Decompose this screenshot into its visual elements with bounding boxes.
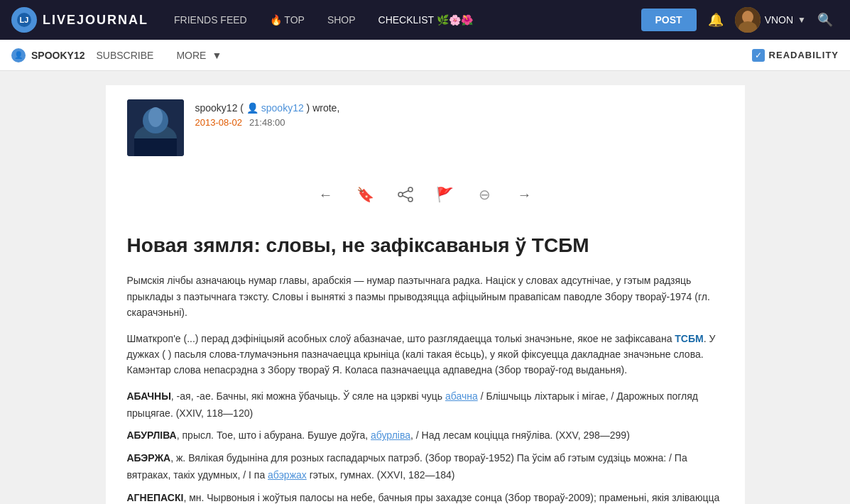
user-menu[interactable]: VNON ▼ <box>735 7 806 33</box>
svg-point-10 <box>408 187 413 192</box>
secondary-username: SPOOKY12 <box>31 50 85 61</box>
bell-icon: 🔔 <box>708 12 724 28</box>
term-link-aburliva[interactable]: абурліва <box>371 429 410 441</box>
svg-point-11 <box>398 192 403 197</box>
svg-text:LJ: LJ <box>20 16 29 24</box>
wrote-label: ) wrote, <box>307 102 340 114</box>
top-link[interactable]: 🔥 TOP <box>258 0 316 40</box>
more-link[interactable]: MORE ▼ <box>165 40 233 71</box>
term-aberja: АБЭРЖА, ж. Вялікая будыніна для розных г… <box>127 450 724 484</box>
search-button[interactable]: 🔍 <box>812 6 839 33</box>
post-body: Рымскія лічбы азначаюць нумар главы, ара… <box>127 273 724 504</box>
checklist-link[interactable]: CHECKLIST 🌿🌸🌺 <box>367 0 484 40</box>
readability-label: READABILITY <box>769 50 839 60</box>
term-link-abachna[interactable]: абачна <box>445 390 478 402</box>
svg-line-13 <box>402 191 408 194</box>
logo-text: LIVEJOURNAL <box>43 13 148 28</box>
svg-line-14 <box>402 196 408 199</box>
post-datetime: 2013-08-02 21:48:00 <box>195 116 340 128</box>
term-abachny: АБАЧНЫ, -ая, -ае. Бачны, які можна ўбачы… <box>127 388 724 422</box>
svg-point-8 <box>148 107 163 127</box>
post-meta: spooky12 ( 👤 spooky12 ) wrote, 2013-08-0… <box>195 99 340 128</box>
main-content: spooky12 ( 👤 spooky12 ) wrote, 2013-08-0… <box>106 85 745 504</box>
post-avatar <box>127 99 184 156</box>
chevron-down-icon: ▼ <box>797 15 806 25</box>
post-avatar-image <box>127 99 184 156</box>
author-link[interactable]: spooky12 <box>261 102 304 114</box>
top-navigation: LJ LIVEJOURNAL FRIENDS FEED 🔥 TOP SHOP C… <box>0 0 850 40</box>
share-button[interactable] <box>393 182 418 207</box>
post-header: spooky12 ( 👤 spooky12 ) wrote, 2013-08-0… <box>127 99 724 156</box>
bookmark-button[interactable]: 🔖 <box>353 182 378 207</box>
avatar <box>735 7 761 33</box>
term-link-aberj[interactable]: абэржах <box>268 469 307 481</box>
secondary-navigation: 👤 SPOOKY12 SUBSCRIBE MORE ▼ ✓ READABILIT… <box>0 40 850 71</box>
notifications-button[interactable]: 🔔 <box>702 6 729 33</box>
readability-check-icon: ✓ <box>752 49 765 62</box>
subscribe-link[interactable]: SUBSCRIBE <box>85 40 165 71</box>
check-icon: ✓ <box>755 50 762 60</box>
post-author-line: spooky12 ( 👤 spooky12 ) wrote, <box>195 102 340 114</box>
user-icon: 👤 <box>11 48 26 62</box>
readability-area: ✓ READABILITY <box>752 49 839 62</box>
more-chevron-icon: ▼ <box>212 50 222 61</box>
author-icon-inline: 👤 <box>246 102 258 114</box>
forward-button[interactable]: → <box>512 182 538 207</box>
paragraph-1: Рымскія лічбы азначаюць нумар главы, ара… <box>127 273 724 320</box>
nav-username: VNON <box>765 14 793 26</box>
term-agnepaski: АГНЕПАСКІ, мн. Чырвоныя і жоўтыя палосы … <box>127 490 724 504</box>
logo-area[interactable]: LJ LIVEJOURNAL <box>11 7 148 33</box>
nav-right: POST 🔔 VNON ▼ 🔍 <box>641 6 839 33</box>
svg-point-12 <box>408 197 413 202</box>
shop-link[interactable]: SHOP <box>316 0 367 40</box>
user-nav-area: 👤 SPOOKY12 <box>11 48 85 62</box>
back-button[interactable]: ← <box>313 182 339 207</box>
more-label: MORE <box>176 50 206 61</box>
post-title: Новая зямля: словы, не зафіксаваныя ў ТС… <box>127 233 724 258</box>
action-bar: ← 🔖 🚩 ⊖ → <box>127 170 724 219</box>
svg-rect-9 <box>134 138 177 156</box>
term-aburliva: АБУРЛІВА, прысл. Тое, што і абурана. Буш… <box>127 427 724 444</box>
post-time: 21:48:00 <box>249 117 285 128</box>
post-author-name: spooky12 <box>195 102 238 114</box>
block-button[interactable]: ⊖ <box>472 182 498 207</box>
author-paren-open: ( <box>240 102 244 114</box>
post-date[interactable]: 2013-08-02 <box>195 117 243 128</box>
friends-feed-link[interactable]: FRIENDS FEED <box>163 0 258 40</box>
post-button[interactable]: POST <box>641 9 697 31</box>
flag-button[interactable]: 🚩 <box>432 182 458 207</box>
tsbm-label: ТСБМ <box>675 333 703 344</box>
logo-icon: LJ <box>11 7 37 33</box>
search-icon: 🔍 <box>817 12 833 28</box>
paragraph-2: Шматкроп'е (...) перад дэфініцыяй асобны… <box>127 331 724 378</box>
